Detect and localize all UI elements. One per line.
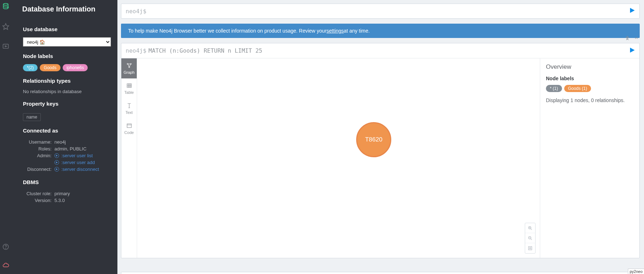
banner-text-after: at any time. <box>344 28 369 34</box>
svg-marker-10 <box>630 48 635 53</box>
svg-point-0 <box>3 4 8 5</box>
rail-star-icon[interactable] <box>1 21 11 32</box>
query-input[interactable] <box>148 8 629 15</box>
relationship-types-empty: No relationships in database <box>23 89 111 94</box>
banner-settings-link[interactable]: settings <box>326 28 344 34</box>
play-icon <box>54 167 59 172</box>
result-frame: neo4j$ MATCH (n:Goods) RETURN n LIMIT 25… <box>121 43 640 258</box>
svg-marker-8 <box>56 168 58 170</box>
view-tabs: Graph Table Text Code <box>121 58 137 258</box>
pin-icon[interactable] <box>625 35 630 42</box>
cluster-role-value: primary <box>53 190 111 197</box>
svg-line-26 <box>531 239 532 240</box>
zoom-controls <box>525 223 536 254</box>
svg-line-22 <box>531 229 532 230</box>
version-value: 5.3.0 <box>53 197 111 204</box>
use-database-heading: Use database <box>23 26 111 32</box>
graph-canvas[interactable]: T8620 <box>137 58 540 258</box>
svg-rect-28 <box>528 246 532 250</box>
zoom-out-icon[interactable] <box>525 233 535 243</box>
editor-prompt: neo4j$ <box>126 8 146 15</box>
relationship-types-heading: Relationship types <box>23 78 111 84</box>
overview-pill-goods[interactable]: Goods (1) <box>564 85 591 92</box>
connected-as-heading: Connected as <box>23 128 111 134</box>
tab-graph[interactable]: Graph <box>121 58 137 78</box>
rerun-button[interactable] <box>629 47 635 54</box>
username-key: Username: <box>23 139 53 145</box>
label-pill-goods[interactable]: Goods <box>40 64 60 71</box>
svg-marker-6 <box>56 155 58 157</box>
overview-labels-heading: Node labels <box>546 76 634 81</box>
property-keys-heading: Property keys <box>23 101 111 107</box>
admin-user-add-link[interactable]: :server user add <box>54 160 110 165</box>
roles-value: admin, PUBLIC <box>53 145 111 152</box>
play-icon <box>54 160 59 165</box>
svg-point-13 <box>129 67 130 68</box>
dbms-heading: DBMS <box>23 179 111 185</box>
connected-as-table: Username:neo4j Roles:admin, PUBLIC Admin… <box>23 139 111 173</box>
icon-rail <box>0 0 11 274</box>
graph-node[interactable]: T8620 <box>356 122 391 157</box>
overview-summary: Displaying 1 nodes, 0 relationships. <box>546 97 634 104</box>
version-key: Version: <box>23 197 53 204</box>
node-labels-row: *(2) Goods iphone6s <box>23 64 111 71</box>
database-select[interactable]: neo4j 🏠 <box>23 37 111 47</box>
rail-cloud-icon[interactable] <box>1 260 11 270</box>
svg-marker-1 <box>3 24 9 30</box>
overview-panel: Overview Node labels * (1) Goods (1) Dis… <box>540 58 639 258</box>
zoom-in-icon[interactable] <box>525 223 535 233</box>
svg-point-5 <box>6 248 6 249</box>
svg-rect-14 <box>127 84 131 88</box>
label-pill-all[interactable]: *(2) <box>23 64 38 71</box>
run-query-button[interactable] <box>629 8 635 15</box>
telemetry-banner: To help make Neo4j Browser better we col… <box>121 24 640 38</box>
result-prompt: neo4j$ <box>126 47 146 54</box>
overview-title: Overview <box>546 63 634 71</box>
server-disconnect-link[interactable]: :server disconnect <box>54 167 110 172</box>
roles-key: Roles: <box>23 145 53 152</box>
svg-marker-7 <box>56 162 58 164</box>
username-value: neo4j <box>53 139 111 145</box>
cluster-role-key: Cluster role: <box>23 190 53 197</box>
rail-database-icon[interactable] <box>1 1 11 11</box>
main-area: neo4j$ To help make Neo4j Browser better… <box>117 0 644 274</box>
node-labels-heading: Node labels <box>23 53 111 59</box>
svg-rect-2 <box>3 44 9 48</box>
svg-rect-19 <box>127 124 131 128</box>
tab-text[interactable]: Text <box>121 98 137 119</box>
tab-code[interactable]: Code <box>121 119 137 139</box>
sidebar-title: Database Information <box>11 0 117 20</box>
rail-play-icon[interactable] <box>1 42 11 52</box>
rail-help-icon[interactable] <box>1 242 11 252</box>
admin-key: Admin: <box>23 152 53 159</box>
tab-table[interactable]: Table <box>121 78 137 98</box>
svg-marker-3 <box>5 46 6 47</box>
play-icon <box>54 153 59 158</box>
result-header: neo4j$ MATCH (n:Goods) RETURN n LIMIT 25 <box>121 43 639 58</box>
result-query-text: MATCH (n:Goods) RETURN n LIMIT 25 <box>149 47 262 54</box>
disconnect-key: Disconnect: <box>23 166 53 173</box>
sidebar: Database Information Use database neo4j … <box>11 0 117 274</box>
svg-rect-29 <box>529 247 531 249</box>
label-pill-iphone6s[interactable]: iphone6s <box>63 64 88 71</box>
banner-text-before: To help make Neo4j Browser better we col… <box>128 28 326 34</box>
dbms-table: Cluster role:primary Version:5.3.0 <box>23 190 111 204</box>
frame-controls <box>625 35 639 42</box>
svg-point-11 <box>127 63 128 64</box>
admin-user-list-link[interactable]: :server user list <box>54 153 110 158</box>
fit-screen-icon[interactable] <box>525 243 535 253</box>
property-key-name[interactable]: name <box>23 113 41 121</box>
collapse-icon[interactable] <box>634 35 639 42</box>
corner-tag: py2neo <box>628 269 644 274</box>
svg-marker-9 <box>630 8 635 13</box>
next-frame-edge <box>121 272 640 274</box>
query-editor[interactable]: neo4j$ <box>121 4 640 19</box>
svg-point-12 <box>130 63 131 64</box>
overview-pill-all[interactable]: * (1) <box>546 85 562 92</box>
